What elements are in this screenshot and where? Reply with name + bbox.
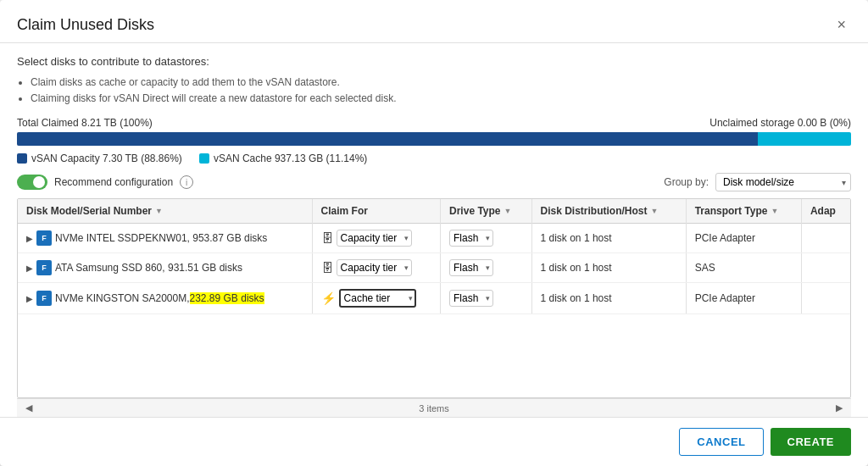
col-adapter: Adap — [801, 199, 850, 224]
row-expander-3[interactable]: ▶ — [26, 294, 33, 303]
close-button[interactable]: × — [832, 15, 851, 34]
bullet-2: Claiming disks for vSAN Direct will crea… — [31, 91, 851, 107]
drive-cell-2: Flash HDD — [441, 253, 531, 283]
table-body: ▶ F NVMe INTEL SSDPEKNW01, 953.87 GB dis… — [18, 224, 850, 314]
groupby-select[interactable]: Disk model/size Host None — [715, 173, 851, 191]
disk-table: Disk Model/Serial Number ▼ Claim For Dri — [18, 199, 850, 314]
claim-unused-disks-dialog: Claim Unused Disks × Select disks to con… — [0, 0, 868, 466]
col-disk-dist: Disk Distribution/Host ▼ — [531, 199, 686, 224]
claim-cell-1: 🗄 Capacity tier Cache tier Do not claim — [312, 224, 440, 253]
groupby-label: Group by: — [664, 176, 709, 188]
total-claimed-label: Total Claimed 8.21 TB (100%) — [17, 117, 153, 129]
disk-name-1: NVMe INTEL SSDPEKNW01, 953.87 GB disks — [55, 232, 267, 244]
dist-cell-1: 1 disk on 1 host — [531, 224, 686, 253]
disk-name-cell-2: ▶ F ATA Samsung SSD 860, 931.51 GB disks — [18, 253, 312, 283]
disk-name-cell-1: ▶ F NVMe INTEL SSDPEKNW01, 953.87 GB dis… — [18, 224, 312, 253]
row-expander-2[interactable]: ▶ — [26, 264, 33, 273]
drive-cell-1: Flash HDD — [441, 224, 531, 253]
claim-icon-3: ⚡ — [321, 291, 336, 305]
cache-legend-item: vSAN Cache 937.13 GB (11.14%) — [199, 153, 367, 164]
cache-bar — [758, 132, 851, 146]
storage-legend: vSAN Capacity 7.30 TB (88.86%) vSAN Cach… — [17, 153, 851, 164]
claim-select-wrapper-3: Capacity tier Cache tier Do not claim — [339, 289, 416, 308]
bullet-1: Claim disks as cache or capacity to add … — [31, 75, 851, 91]
disk-name-3-prefix: NVMe KINGSTON SA2000M, — [55, 292, 190, 304]
disk-table-container: Disk Model/Serial Number ▼ Claim For Dri — [17, 198, 851, 398]
cancel-button[interactable]: CANCEL — [679, 428, 763, 456]
transport-cell-3: PCIe Adapter — [686, 283, 801, 314]
scroll-right-icon[interactable]: ▶ — [836, 402, 843, 413]
drive-select-2[interactable]: Flash HDD — [449, 259, 493, 276]
claim-cell-3: ⚡ Capacity tier Cache tier Do not claim — [312, 283, 440, 314]
recommend-toggle[interactable] — [17, 175, 47, 190]
dialog-title: Claim Unused Disks — [17, 16, 154, 34]
sort-icon-drive: ▼ — [504, 207, 512, 215]
table-row: ▶ F ATA Samsung SSD 860, 931.51 GB disks… — [18, 253, 850, 283]
toggle-knob — [33, 176, 45, 188]
table-row: ▶ F NVMe INTEL SSDPEKNW01, 953.87 GB dis… — [18, 224, 850, 253]
cache-legend-label: vSAN Cache 937.13 GB (11.14%) — [214, 153, 367, 164]
toggle-group: Recommend configuration i — [17, 175, 193, 190]
col-disk-model: Disk Model/Serial Number ▼ — [18, 199, 312, 224]
drive-select-wrapper-3: Flash HDD — [449, 290, 493, 307]
claim-select-wrapper-1: Capacity tier Cache tier Do not claim — [337, 230, 412, 247]
drive-select-1[interactable]: Flash HDD — [449, 230, 493, 247]
toolbar: Recommend configuration i Group by: Disk… — [17, 173, 851, 191]
sort-icon-disk: ▼ — [155, 207, 163, 215]
dialog-subtitle: Select disks to contribute to datastores… — [17, 55, 851, 68]
capacity-legend-dot — [17, 153, 27, 164]
table-footer-bar: ◀ 3 items ▶ — [17, 398, 851, 417]
sort-icon-dist: ▼ — [651, 207, 659, 215]
col-drive-type: Drive Type ▼ — [441, 199, 531, 224]
dist-cell-2: 1 disk on 1 host — [531, 253, 686, 283]
capacity-legend-item: vSAN Capacity 7.30 TB (88.86%) — [17, 153, 182, 164]
adapter-cell-3 — [801, 283, 850, 314]
adapter-cell-2 — [801, 253, 850, 283]
claim-select-3[interactable]: Capacity tier Cache tier Do not claim — [339, 289, 416, 308]
dialog-body: Select disks to contribute to datastores… — [0, 43, 868, 417]
bullets-list: Claim disks as cache or capacity to add … — [31, 75, 851, 107]
sort-icon-transport: ▼ — [771, 207, 778, 215]
disk-type-badge-3: F — [36, 291, 52, 306]
drive-select-wrapper-1: Flash HDD — [449, 230, 493, 247]
col-transport: Transport Type ▼ — [686, 199, 801, 224]
claim-select-wrapper-2: Capacity tier Cache tier Do not claim — [337, 259, 412, 276]
transport-cell-2: SAS — [686, 253, 801, 283]
col-claim-for: Claim For — [312, 199, 440, 224]
unclaimed-label: Unclaimed storage 0.00 B (0%) — [709, 117, 851, 129]
dialog-header: Claim Unused Disks × — [0, 0, 868, 43]
drive-cell-3: Flash HDD — [441, 283, 531, 314]
scroll-left-icon[interactable]: ◀ — [25, 402, 32, 413]
claim-select-1[interactable]: Capacity tier Cache tier Do not claim — [337, 230, 412, 247]
storage-summary: Total Claimed 8.21 TB (100%) Unclaimed s… — [17, 117, 851, 129]
dist-cell-3: 1 disk on 1 host — [531, 283, 686, 314]
disk-name-cell-3: ▶ F NVMe KINGSTON SA2000M, 232.89 GB dis… — [18, 283, 312, 314]
disk-type-badge-1: F — [36, 230, 52, 246]
capacity-legend-label: vSAN Capacity 7.30 TB (88.86%) — [31, 153, 182, 164]
capacity-bar — [17, 132, 758, 146]
drive-select-3[interactable]: Flash HDD — [449, 290, 493, 307]
adapter-cell-1 — [801, 224, 850, 253]
cache-legend-dot — [199, 153, 209, 164]
claim-icon-2: 🗄 — [321, 261, 333, 275]
toggle-label: Recommend configuration — [54, 176, 173, 188]
create-button[interactable]: CREATE — [771, 428, 851, 456]
groupby-section: Group by: Disk model/size Host None — [664, 173, 851, 191]
disk-type-badge-2: F — [36, 260, 52, 275]
claim-select-2[interactable]: Capacity tier Cache tier Do not claim — [337, 259, 412, 276]
table-header-row: Disk Model/Serial Number ▼ Claim For Dri — [18, 199, 850, 224]
disk-name-2: ATA Samsung SSD 860, 931.51 GB disks — [55, 262, 242, 274]
table-row: ▶ F NVMe KINGSTON SA2000M, 232.89 GB dis… — [18, 283, 850, 314]
storage-progress-bar — [17, 132, 851, 146]
row-expander-1[interactable]: ▶ — [26, 234, 33, 243]
disk-name-3-highlight: 232.89 GB disks — [190, 292, 264, 304]
groupby-select-wrapper: Disk model/size Host None — [715, 173, 851, 191]
drive-select-wrapper-2: Flash HDD — [449, 259, 493, 276]
claim-cell-2: 🗄 Capacity tier Cache tier Do not claim — [312, 253, 440, 283]
items-count-label: 3 items — [419, 403, 448, 413]
transport-cell-1: PCIe Adapter — [686, 224, 801, 253]
dialog-footer: CANCEL CREATE — [0, 417, 868, 466]
info-icon[interactable]: i — [180, 175, 193, 189]
claim-icon-1: 🗄 — [321, 231, 333, 245]
